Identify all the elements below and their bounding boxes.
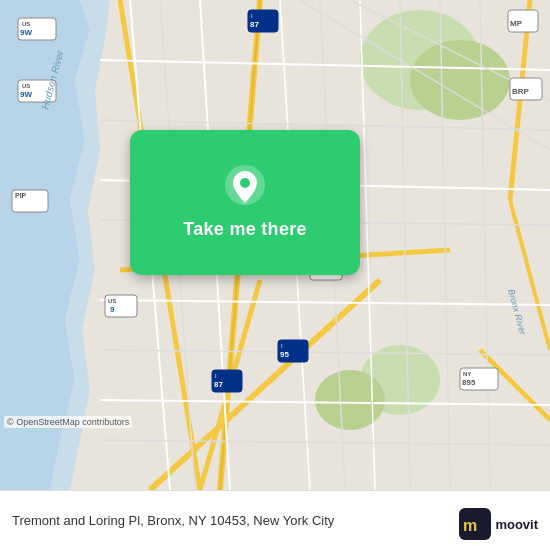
svg-text:895: 895 [462,378,476,387]
moovit-logo-icon: m [459,508,491,540]
take-me-there-label: Take me there [183,219,307,240]
svg-point-2 [410,40,510,120]
svg-text:NY: NY [463,371,471,377]
svg-text:9W: 9W [20,28,32,37]
svg-text:87: 87 [250,20,259,29]
moovit-logo: m moovit [459,508,538,540]
take-me-there-card[interactable]: Take me there [130,130,360,275]
svg-text:MP: MP [510,19,523,28]
svg-text:PIP: PIP [15,192,27,199]
svg-text:m: m [463,517,477,534]
bottom-bar: Tremont and Loring Pl, Bronx, NY 10453, … [0,490,550,550]
map-container: US 9W US 9W PIP US 9 I 87 I 87 I 87 US 1… [0,0,550,490]
svg-text:9: 9 [110,305,115,314]
moovit-brand-text: moovit [495,517,538,532]
svg-text:US: US [22,83,30,89]
svg-point-69 [240,178,250,188]
svg-text:95: 95 [280,350,289,359]
svg-text:87: 87 [214,380,223,389]
svg-text:9W: 9W [20,90,32,99]
svg-text:US: US [22,21,30,27]
osm-attribution: © OpenStreetMap contributors [4,416,132,428]
svg-point-4 [315,370,385,430]
location-pin-icon [223,165,267,209]
svg-text:US: US [108,298,116,304]
svg-text:BRP: BRP [512,87,530,96]
